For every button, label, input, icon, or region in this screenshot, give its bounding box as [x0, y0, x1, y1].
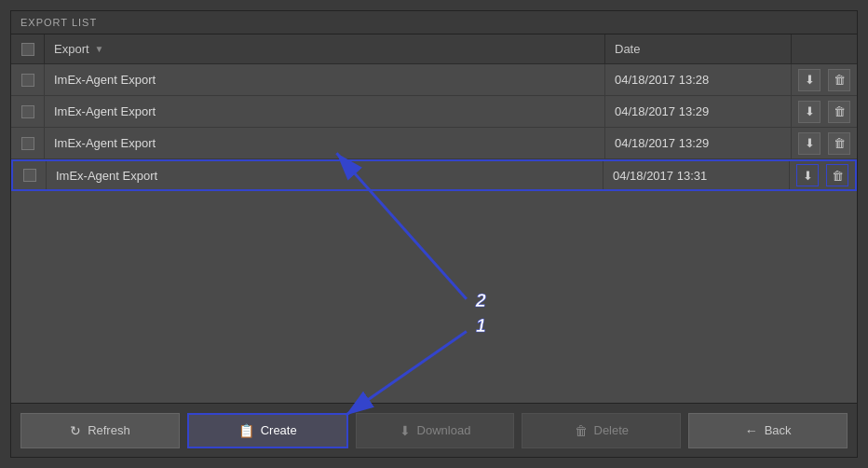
row-actions: ⬇ 🗑 — [792, 64, 857, 95]
row-check — [11, 128, 45, 158]
header-check — [11, 34, 45, 63]
dialog-title: EXPORT LIST — [11, 11, 857, 34]
refresh-button[interactable]: ↻ Refresh — [20, 413, 180, 448]
row-check — [13, 161, 47, 189]
export-list-dialog: EXPORT LIST Export ▼ Date ImEx-Age — [10, 10, 858, 458]
download-button[interactable]: ⬇ — [796, 164, 819, 186]
row-export-name: ImEx-Agent Export — [45, 64, 605, 95]
back-button[interactable]: ← Back — [688, 413, 848, 448]
create-icon: 📋 — [238, 423, 254, 438]
header-date: Date — [605, 34, 792, 63]
row-date: 04/18/2017 13:29 — [605, 96, 792, 127]
annotation-1: 1 — [476, 315, 486, 336]
table-row[interactable]: ImEx-Agent Export 04/18/2017 13:29 ⬇ 🗑 — [11, 96, 857, 128]
select-all-checkbox[interactable] — [21, 43, 34, 56]
download-button[interactable]: ⬇ — [798, 69, 821, 91]
row-export-name: ImEx-Agent Export — [47, 161, 604, 189]
table-header: Export ▼ Date — [11, 34, 857, 64]
delete-icon: 🗑 — [575, 423, 588, 438]
row-checkbox[interactable] — [21, 137, 34, 150]
create-label: Create — [261, 423, 297, 437]
table-row-selected[interactable]: ImEx-Agent Export 04/18/2017 13:31 ⬇ 🗑 — [11, 159, 857, 191]
download-button[interactable]: ⬇ — [798, 132, 821, 155]
delete-button[interactable]: 🗑 — [828, 101, 850, 123]
date-column-label: Date — [615, 42, 640, 56]
download-button[interactable]: ⬇ Download — [356, 413, 515, 448]
row-export-name: ImEx-Agent Export — [45, 128, 605, 158]
refresh-icon: ↻ — [70, 423, 81, 438]
row-checkbox[interactable] — [23, 169, 36, 182]
row-check — [11, 64, 45, 95]
dialog-footer: ↻ Refresh 📋 Create ⬇ Download 🗑 Delete ←… — [11, 403, 857, 457]
row-checkbox[interactable] — [21, 105, 34, 118]
download-label: Download — [417, 423, 471, 437]
create-button[interactable]: 📋 Create — [187, 413, 348, 448]
row-check — [11, 96, 45, 127]
header-export: Export ▼ — [45, 34, 605, 63]
delete-button[interactable]: 🗑 — [826, 164, 848, 186]
sort-icon[interactable]: ▼ — [95, 44, 104, 54]
download-button[interactable]: ⬇ — [798, 101, 821, 123]
table-container: Export ▼ Date ImEx-Agent Export 04/18/20… — [11, 34, 857, 403]
row-date: 04/18/2017 13:31 — [604, 161, 790, 189]
row-actions: ⬇ 🗑 — [792, 96, 857, 127]
table-row[interactable]: ImEx-Agent Export 04/18/2017 13:29 ⬇ 🗑 — [11, 128, 857, 159]
delete-label: Delete — [594, 423, 630, 437]
row-checkbox[interactable] — [21, 74, 34, 87]
delete-button[interactable]: 🗑 Delete — [522, 413, 681, 448]
refresh-label: Refresh — [88, 423, 130, 437]
table-rows: ImEx-Agent Export 04/18/2017 13:28 ⬇ 🗑 I… — [11, 64, 857, 191]
back-label: Back — [765, 423, 792, 437]
annotation-2: 2 — [475, 290, 486, 310]
row-export-name: ImEx-Agent Export — [45, 96, 605, 127]
row-date: 04/18/2017 13:29 — [605, 128, 792, 158]
svg-line-3 — [346, 332, 466, 403]
delete-button[interactable]: 🗑 — [828, 132, 850, 155]
download-icon: ⬇ — [400, 423, 411, 438]
delete-button[interactable]: 🗑 — [828, 69, 850, 91]
back-icon: ← — [745, 423, 758, 438]
table-row[interactable]: ImEx-Agent Export 04/18/2017 13:28 ⬇ 🗑 — [11, 64, 857, 96]
row-actions: ⬇ 🗑 — [792, 128, 857, 158]
row-date: 04/18/2017 13:28 — [605, 64, 792, 95]
export-column-label: Export — [54, 42, 89, 56]
row-actions: ⬇ 🗑 — [790, 161, 855, 189]
